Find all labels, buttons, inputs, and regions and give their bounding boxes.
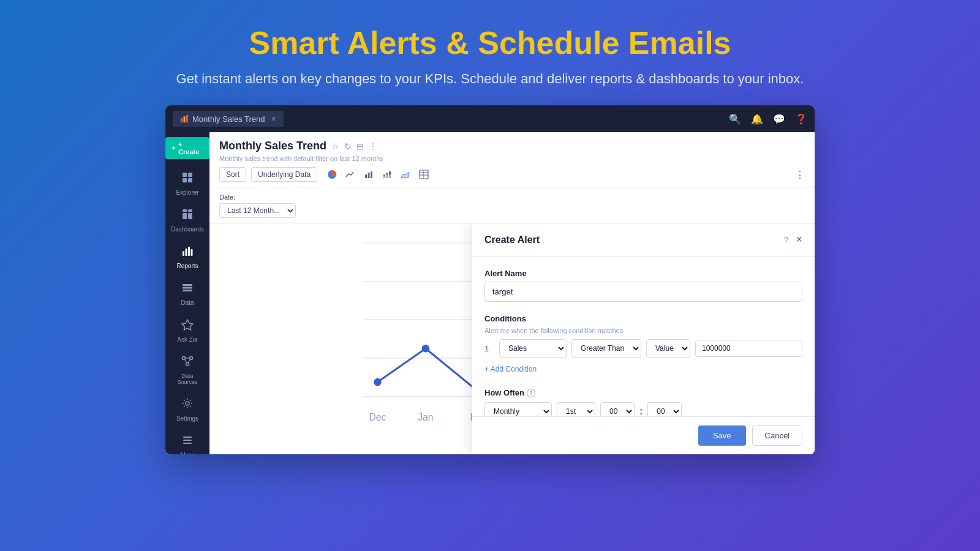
condition-type-select[interactable]: Value bbox=[646, 339, 690, 358]
svg-rect-26 bbox=[183, 437, 192, 438]
more-icon bbox=[181, 434, 194, 449]
sidebar-item-explorer[interactable]: Explorer bbox=[169, 167, 206, 201]
hero-subtitle: Get instant alerts on key changes to you… bbox=[12, 71, 968, 87]
frequency-select[interactable]: Monthly Weekly Daily Hourly bbox=[484, 402, 552, 416]
sidebar-item-data-sources-label: Data Sources bbox=[173, 373, 202, 385]
sidebar-item-more[interactable]: More bbox=[169, 429, 206, 454]
hour-select[interactable]: 00 01 12 bbox=[600, 402, 635, 416]
data-icon bbox=[181, 282, 194, 297]
refresh-icon[interactable]: ↻ bbox=[344, 141, 352, 151]
search-icon[interactable]: 🔍 bbox=[729, 113, 741, 125]
more-options-icon[interactable]: ⋮ bbox=[369, 141, 377, 151]
comment-icon[interactable]: 💬 bbox=[773, 113, 785, 125]
sidebar-item-ask-zia[interactable]: Ask Zia bbox=[169, 313, 206, 348]
topbar-icons: 🔍 🔔 💬 ❓ bbox=[729, 113, 807, 125]
cancel-button[interactable]: Cancel bbox=[752, 425, 802, 446]
data-point-jan bbox=[422, 345, 430, 353]
day-select[interactable]: 1st 2nd 3rd bbox=[557, 402, 595, 416]
svg-rect-4 bbox=[188, 173, 192, 177]
tab-label: Monthly Sales Trend bbox=[192, 114, 265, 124]
toolbar-more-icon[interactable]: ⋮ bbox=[795, 169, 805, 181]
minute-select[interactable]: 00 15 30 45 bbox=[647, 402, 682, 416]
sidebar-item-dashboards[interactable]: Dashboards bbox=[169, 203, 206, 238]
alert-name-input[interactable] bbox=[484, 282, 802, 302]
svg-rect-9 bbox=[183, 213, 187, 219]
create-plus-icon: + bbox=[172, 144, 176, 152]
dialog-body: Alert Name Conditions Alert me when the … bbox=[472, 257, 815, 416]
sidebar-item-settings[interactable]: Settings bbox=[169, 392, 206, 427]
line-chart-icon[interactable] bbox=[343, 167, 358, 182]
ask-zia-icon bbox=[181, 318, 194, 334]
svg-rect-35 bbox=[386, 175, 388, 178]
alert-name-label: Alert Name bbox=[484, 269, 802, 278]
sidebar-item-reports[interactable]: Reports bbox=[169, 240, 206, 274]
svg-rect-32 bbox=[383, 174, 385, 176]
date-select[interactable]: Last 12 Month... bbox=[219, 203, 296, 218]
reports-icon bbox=[181, 245, 194, 260]
svg-line-23 bbox=[184, 359, 187, 364]
dialog-help-icon[interactable]: ? bbox=[784, 235, 789, 245]
dialog-footer: Save Cancel bbox=[472, 416, 815, 454]
underlying-data-button[interactable]: Underlying Data bbox=[251, 167, 317, 182]
svg-rect-12 bbox=[186, 249, 187, 256]
bell-icon[interactable]: 🔔 bbox=[751, 113, 763, 125]
svg-rect-1 bbox=[184, 116, 186, 122]
help-icon[interactable]: ❓ bbox=[795, 113, 807, 125]
svg-rect-10 bbox=[188, 213, 192, 219]
table-icon[interactable] bbox=[417, 167, 431, 182]
data-sources-icon bbox=[181, 355, 194, 370]
sidebar: + + Create Explorer Dashboards bbox=[165, 132, 209, 454]
alert-name-group: Alert Name bbox=[484, 269, 802, 302]
sidebar-item-data[interactable]: Data bbox=[169, 277, 206, 311]
sidebar-item-reports-label: Reports bbox=[176, 263, 198, 269]
create-button[interactable]: + + Create bbox=[165, 137, 209, 159]
report-panel: Monthly Sales Trend ☆ ↻ ⊟ ⋮ Monthly sale… bbox=[209, 132, 815, 454]
area-chart-icon[interactable] bbox=[398, 167, 413, 182]
conditions-label: Conditions bbox=[484, 314, 802, 323]
svg-rect-37 bbox=[389, 174, 391, 178]
chart-type-icons bbox=[325, 167, 431, 182]
how-often-group: How Often ? Monthly Weekly Daily Hourly bbox=[484, 388, 802, 416]
condition-operator-select[interactable]: Greater Than bbox=[571, 339, 641, 358]
active-tab[interactable]: Monthly Sales Trend × bbox=[173, 111, 284, 127]
explorer-icon bbox=[181, 171, 194, 187]
sidebar-item-data-sources[interactable]: Data Sources bbox=[169, 350, 206, 390]
how-often-row: Monthly Weekly Daily Hourly 1st 2nd 3rd bbox=[484, 402, 802, 416]
condition-value-input[interactable] bbox=[695, 340, 802, 357]
save-icon[interactable]: ⊟ bbox=[356, 141, 364, 151]
svg-rect-5 bbox=[183, 178, 187, 182]
create-alert-dialog: Create Alert ? × Alert Name bbox=[472, 223, 815, 454]
svg-rect-15 bbox=[183, 284, 192, 286]
bar-chart-icon[interactable] bbox=[361, 167, 376, 182]
save-button[interactable]: Save bbox=[698, 425, 746, 446]
create-label: + Create bbox=[178, 141, 203, 156]
app-topbar: Monthly Sales Trend × 🔍 🔔 💬 ❓ bbox=[165, 105, 815, 132]
svg-rect-7 bbox=[183, 209, 187, 212]
svg-rect-29 bbox=[365, 174, 367, 178]
svg-rect-38 bbox=[420, 170, 428, 179]
conditions-sublabel: Alert me when the following condition ma… bbox=[484, 327, 802, 334]
stacked-bar-icon[interactable] bbox=[380, 167, 394, 182]
svg-rect-30 bbox=[368, 173, 370, 178]
sort-button[interactable]: Sort bbox=[219, 167, 246, 182]
condition-field-select[interactable]: Sales bbox=[499, 339, 567, 358]
svg-rect-14 bbox=[191, 249, 193, 256]
svg-rect-3 bbox=[183, 173, 187, 177]
svg-rect-11 bbox=[183, 251, 184, 256]
tab-chart-icon bbox=[180, 114, 189, 123]
report-title: Monthly Sales Trend bbox=[219, 140, 326, 152]
dialog-title: Create Alert bbox=[484, 234, 540, 246]
app-container: Monthly Sales Trend × 🔍 🔔 💬 ❓ + + Create… bbox=[165, 105, 815, 454]
hero-title: Smart Alerts & Schedule Emails bbox=[12, 24, 968, 61]
sidebar-item-explorer-label: Explorer bbox=[176, 189, 198, 196]
add-condition-button[interactable]: + Add Condition bbox=[484, 362, 537, 376]
chart-area: Dec Jan Feb Mar Apr May Jun Create Alert… bbox=[209, 223, 815, 454]
dialog-close-button[interactable]: × bbox=[796, 233, 802, 246]
star-icon[interactable]: ☆ bbox=[331, 141, 339, 151]
tab-close-icon[interactable]: × bbox=[271, 114, 276, 124]
svg-rect-36 bbox=[389, 171, 391, 174]
how-often-help-icon[interactable]: ? bbox=[527, 389, 535, 397]
dialog-header: Create Alert ? × bbox=[472, 223, 815, 257]
svg-line-24 bbox=[188, 359, 190, 364]
pie-chart-icon[interactable] bbox=[325, 167, 339, 182]
